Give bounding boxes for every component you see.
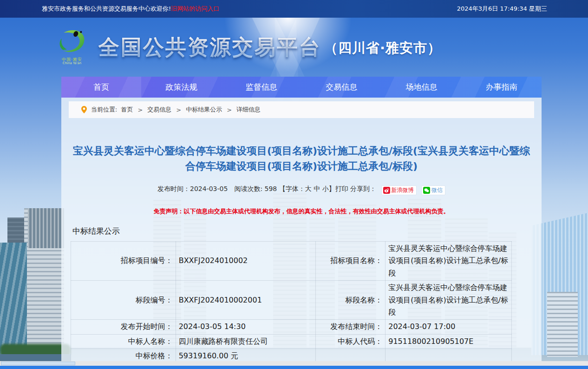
field-value: BXXFJ2024010002001 xyxy=(176,281,316,320)
share-label: 分享到： xyxy=(350,185,376,192)
yaan-bird-logo-icon xyxy=(56,29,88,56)
breadcrumb-trade-info[interactable]: 交易信息 xyxy=(147,105,171,114)
page: 雅安市政务服务和公共资源交易服务中心欢迎你!旧网站的访问入口 2024年3月6日… xyxy=(0,0,588,369)
bottom-blue-bar xyxy=(0,366,588,369)
font-size-small-button[interactable]: 小 xyxy=(322,185,329,192)
print-button[interactable]: 打印 xyxy=(335,185,348,192)
logo-text-en: China Ya'an xyxy=(52,62,92,66)
site-header: 中国·雅安 China Ya'an 全国公共资源交易平台（四川省·雅安市） xyxy=(0,18,588,77)
field-value: 2024-03-05 14:30 xyxy=(176,320,316,334)
datetime-text: 2024年3月6日 17:49:34 星期三 xyxy=(457,5,547,12)
publish-time-label: 发布时间： xyxy=(157,185,190,192)
wechat-icon xyxy=(423,187,430,194)
horizontal-scrollbar[interactable] xyxy=(0,361,588,366)
nav-item-venue[interactable]: 场地信息 xyxy=(381,77,461,98)
field-value: 宝兴县灵关客运中心暨综合停车场建设项目(项目名称)设计施工总承包/标段 xyxy=(385,242,512,281)
topbar-left: 雅安市政务服务和公共资源交易服务中心欢迎你!旧网站的访问入口 xyxy=(42,5,219,13)
field-label: 招标项目编号： xyxy=(71,242,176,281)
field-value: 91511800210905107E xyxy=(385,334,512,349)
breadcrumb-label: 当前位置: xyxy=(91,105,117,114)
font-size-prefix: 【字体： xyxy=(279,185,305,192)
field-value: 四川康藏路桥有限责任公司 xyxy=(176,334,316,349)
field-value: 59319160.00 元 xyxy=(176,349,316,362)
field-label: 发布结束时间： xyxy=(316,320,385,334)
main-nav: 首页 政策法规 监督信息 交易信息 场地信息 办事指南 xyxy=(61,77,542,98)
share-weibo-button[interactable]: 新浪微博 xyxy=(381,185,417,195)
field-label: 招标项目名称： xyxy=(316,242,385,281)
breadcrumb-separator: > xyxy=(227,106,232,113)
field-value xyxy=(385,349,512,362)
views-label: 阅读次数: xyxy=(234,185,262,192)
field-label: 发布开始时间： xyxy=(71,320,176,334)
font-size-suffix: 】 xyxy=(329,185,335,192)
breadcrumb: 当前位置: 首页 > 交易信息 > 中标结果公示 > 详细信息 xyxy=(69,101,534,118)
disclaimer-text: 免责声明：以下信息由交易主体或代理机构发布，信息的真实性，合法性，有效性由交易主… xyxy=(61,207,542,216)
background-building xyxy=(547,292,578,357)
location-pin-icon xyxy=(81,106,87,113)
field-value: 2024-03-07 17:00 xyxy=(385,320,512,334)
section-title: 中标结果公示 xyxy=(72,226,542,237)
site-logo: 中国·雅安 China Ya'an xyxy=(52,29,92,66)
table-row: 发布开始时间： 2024-03-05 14:30 发布结束时间： 2024-03… xyxy=(71,320,512,334)
table-row: 中标价格： 59319160.00 元 xyxy=(71,349,512,362)
field-label xyxy=(316,349,385,362)
background-building xyxy=(0,243,27,360)
font-size-medium-button[interactable]: 中 xyxy=(314,185,320,192)
content-panel: 当前位置: 首页 > 交易信息 > 中标结果公示 > 详细信息 宝兴县灵关客运中… xyxy=(61,98,542,362)
table-row: 中标人名称： 四川康藏路桥有限责任公司 中标人代码： 9151180021090… xyxy=(71,334,512,349)
field-label: 中标人名称： xyxy=(71,334,176,349)
breadcrumb-home[interactable]: 首页 xyxy=(121,105,133,114)
nav-item-home[interactable]: 首页 xyxy=(61,77,141,98)
field-label: 中标价格： xyxy=(71,349,176,362)
site-title: 全国公共资源交易平台 xyxy=(98,35,321,59)
topbar: 雅安市政务服务和公共资源交易服务中心欢迎你!旧网站的访问入口 2024年3月6日… xyxy=(0,0,588,18)
result-table: 招标项目编号： BXXFJ2024010002 招标项目名称： 宝兴县灵关客运中… xyxy=(71,241,512,362)
nav-item-trade[interactable]: 交易信息 xyxy=(301,77,381,98)
share-weibo-label: 新浪微博 xyxy=(392,186,414,194)
scrollbar-thumb[interactable] xyxy=(1,362,75,365)
table-row: 标段编号： BXXFJ2024010002001 标段名称： 宝兴县灵关客运中心… xyxy=(71,281,512,320)
breadcrumb-detail: 详细信息 xyxy=(236,105,261,114)
topbar-right: 2024年3月6日 17:49:34 星期三 xyxy=(457,5,547,13)
site-subtitle: （四川省·雅安市） xyxy=(324,40,441,56)
welcome-text: 雅安市政务服务和公共资源交易服务中心欢迎你! xyxy=(42,5,171,12)
breadcrumb-result-list[interactable]: 中标结果公示 xyxy=(186,105,222,114)
views-value: 598 xyxy=(265,185,277,192)
background-building xyxy=(28,208,64,248)
article-title: 宝兴县灵关客运中心暨综合停车场建设项目(项目名称)设计施工总承包/标段(宝兴县灵… xyxy=(72,143,531,174)
share-wechat-label: 微信 xyxy=(431,186,443,194)
field-label: 中标人代码： xyxy=(316,334,385,349)
publish-time-value: 2024-03-05 xyxy=(190,185,228,192)
field-label: 标段名称： xyxy=(316,281,385,320)
article-meta: 发布时间：2024-03-05阅读次数: 598 【字体：大 中 小】打印 分享… xyxy=(61,185,542,195)
nav-item-supervision[interactable]: 监督信息 xyxy=(222,77,301,98)
content-column: 首页 政策法规 监督信息 交易信息 场地信息 办事指南 当前位置: 首页 > 交… xyxy=(61,77,542,362)
field-value: 宝兴县灵关客运中心暨综合停车场建设项目(项目名称)设计施工总承包/标段 xyxy=(385,281,512,320)
old-site-link[interactable]: 旧网站的访问入口 xyxy=(171,5,219,12)
nav-item-guide[interactable]: 办事指南 xyxy=(462,77,542,98)
share-wechat-button[interactable]: 微信 xyxy=(421,185,445,195)
font-size-large-button[interactable]: 大 xyxy=(305,185,312,192)
breadcrumb-separator: > xyxy=(137,106,143,113)
field-value: BXXFJ2024010002 xyxy=(176,242,316,281)
weibo-icon xyxy=(383,187,390,194)
nav-item-policy[interactable]: 政策法规 xyxy=(141,77,221,98)
breadcrumb-separator: > xyxy=(176,106,181,113)
table-row: 招标项目编号： BXXFJ2024010002 招标项目名称： 宝兴县灵关客运中… xyxy=(71,242,512,281)
site-title-group: 全国公共资源交易平台（四川省·雅安市） xyxy=(98,33,441,61)
field-label: 标段编号： xyxy=(71,281,176,320)
